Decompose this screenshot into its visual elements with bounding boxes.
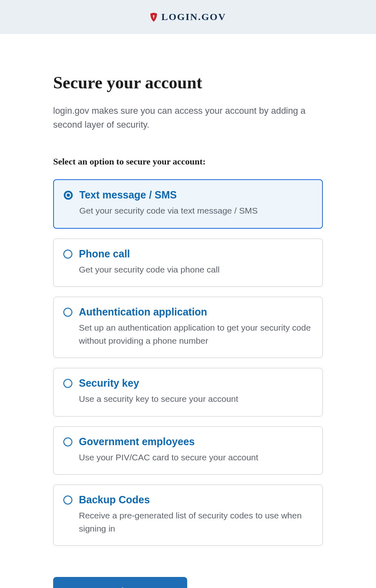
radio-icon xyxy=(63,437,72,446)
options-list: Text message / SMSGet your security code… xyxy=(53,179,323,546)
radio-icon xyxy=(64,191,73,200)
continue-button[interactable]: Continue xyxy=(53,577,187,588)
option-description: Get your security code via phone call xyxy=(79,263,313,276)
option-description: Get your security code via text message … xyxy=(79,204,312,217)
page-title: Secure your account xyxy=(53,73,323,92)
option-title: Authentication application xyxy=(79,306,313,318)
option-content: Text message / SMSGet your security code… xyxy=(79,189,312,217)
option-title: Security key xyxy=(79,377,313,389)
option-description: Use your PIV/CAC card to secure your acc… xyxy=(79,451,313,464)
option-content: Backup CodesReceive a pre-generated list… xyxy=(79,494,313,535)
option-description: Receive a pre-generated list of security… xyxy=(79,509,313,535)
radio-icon xyxy=(63,250,72,259)
page-description: login.gov makes sure you can access your… xyxy=(53,104,323,132)
option-title: Government employees xyxy=(79,436,313,448)
svg-rect-1 xyxy=(153,16,154,18)
radio-icon xyxy=(63,496,72,505)
main-content: Secure your account login.gov makes sure… xyxy=(53,34,323,588)
option-content: Security keyUse a security key to secure… xyxy=(79,377,313,406)
option-content: Government employeesUse your PIV/CAC car… xyxy=(79,436,313,464)
option-title: Phone call xyxy=(79,248,313,260)
logo-text: LOGIN.GOV xyxy=(161,11,226,23)
option-card-1[interactable]: Phone callGet your security code via pho… xyxy=(53,239,323,287)
option-content: Authentication applicationSet up an auth… xyxy=(79,306,313,347)
option-description: Set up an authentication application to … xyxy=(79,321,313,347)
shield-icon xyxy=(150,13,157,22)
radio-icon xyxy=(63,308,72,317)
option-card-5[interactable]: Backup CodesReceive a pre-generated list… xyxy=(53,484,323,546)
option-title: Backup Codes xyxy=(79,494,313,506)
option-content: Phone callGet your security code via pho… xyxy=(79,248,313,276)
option-card-2[interactable]: Authentication applicationSet up an auth… xyxy=(53,297,323,358)
header-bar: LOGIN.GOV xyxy=(0,0,376,34)
option-card-4[interactable]: Government employeesUse your PIV/CAC car… xyxy=(53,426,323,475)
section-label: Select an option to secure your account: xyxy=(53,156,323,167)
option-card-0[interactable]: Text message / SMSGet your security code… xyxy=(53,179,323,229)
logo: LOGIN.GOV xyxy=(150,11,226,23)
option-card-3[interactable]: Security keyUse a security key to secure… xyxy=(53,368,323,417)
option-description: Use a security key to secure your accoun… xyxy=(79,392,313,406)
option-title: Text message / SMS xyxy=(79,189,312,201)
radio-icon xyxy=(63,379,72,388)
